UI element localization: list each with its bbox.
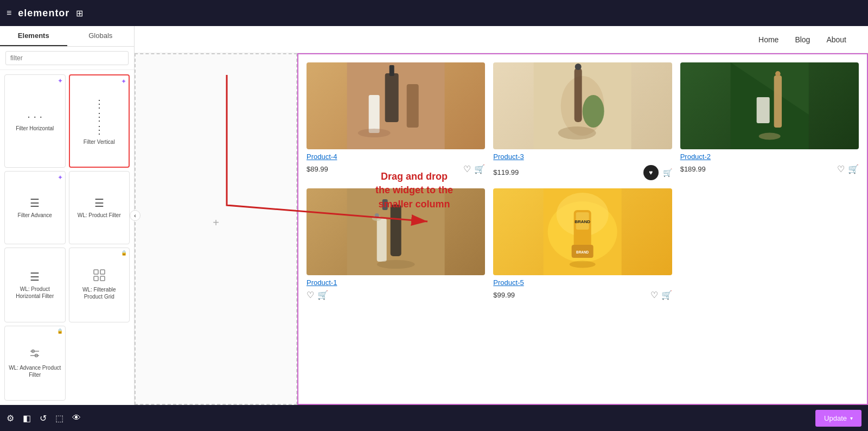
product-card-4: Product-4 $89.99 ♡ 🛒 [307, 62, 485, 180]
wl-advance-product-filter-icon [29, 347, 41, 362]
pro-badge: 🔒 [57, 328, 63, 334]
widget-wl-filterable-product-grid[interactable]: 🔒 WL: Filterable Product Grid [69, 248, 130, 322]
product-2-cart[interactable]: 🛒 [848, 164, 859, 174]
plus-icon: + [213, 217, 219, 229]
filter-vertical-icon: ⋮⋮⋮ [94, 97, 105, 136]
product-2-name[interactable]: Product-2 [680, 153, 859, 161]
product-1-actions: ♡ 🛒 [307, 290, 485, 300]
product-4-image [307, 62, 485, 149]
sparkle-icon: ✦ [121, 78, 126, 85]
product-5-name[interactable]: Product-5 [493, 278, 672, 287]
widget-label: Filter Horizontal [16, 125, 54, 132]
filter-horizontal-icon: · · · [27, 110, 42, 123]
widget-filter-advance[interactable]: ✦ ☰ Filter Advance [4, 171, 66, 244]
product-4-cart[interactable]: 🛒 [474, 164, 485, 174]
svg-point-19 [558, 126, 596, 140]
site-preview: Home Blog About + [135, 26, 868, 405]
nav-home[interactable]: Home [758, 35, 778, 44]
canvas-area: Home Blog About + [135, 26, 868, 405]
product-3-actions: $119.99 ♥ 🛒 [493, 164, 672, 180]
svg-rect-28 [377, 218, 387, 262]
settings-icon[interactable]: ⚙ [7, 413, 14, 423]
responsive-icon[interactable]: ⬚ [55, 413, 63, 423]
svg-rect-9 [385, 73, 399, 122]
product-3-price: $119.99 [493, 168, 519, 176]
svg-point-41 [570, 261, 596, 268]
product-5-price: $99.99 [493, 291, 515, 299]
product-3-action-btns: ♥ 🛒 [643, 165, 672, 180]
filter-advance-icon: ☰ [30, 197, 40, 210]
search-bar [0, 47, 134, 70]
widget-wl-product-filter[interactable]: ☰ WL: Product Filter [69, 171, 130, 244]
left-column-dropzone[interactable]: + [135, 53, 297, 405]
widget-label: WL: Product Horizontal Filter [8, 286, 62, 300]
svg-point-25 [758, 133, 780, 140]
grid-icon[interactable]: ⊞ [76, 8, 83, 18]
preview-icon[interactable]: 👁 [72, 413, 81, 423]
svg-rect-22 [774, 75, 781, 128]
right-column-products: Product-4 $89.99 ♡ 🛒 [297, 53, 868, 405]
widget-label: Filter Advance [18, 212, 52, 219]
site-nav: Home Blog About [135, 26, 868, 53]
svg-point-30 [375, 213, 379, 218]
product-4-actions: $89.99 ♡ 🛒 [307, 164, 485, 174]
product-3-heart-dark[interactable]: ♥ [643, 165, 659, 180]
product-4-name[interactable]: Product-4 [307, 153, 485, 161]
site-content: + [135, 53, 868, 405]
product-card-2: Product-2 $189.99 ♡ 🛒 [680, 62, 859, 180]
product-2-price: $189.99 [680, 165, 706, 173]
wl-product-filter-icon: ☰ [94, 197, 104, 210]
update-button[interactable]: Update ▾ [815, 410, 861, 427]
widget-label: WL: Advance Product Filter [8, 364, 62, 378]
product-card-5: BRAND BRAND Product-5 $99.99 ♡ 🛒 [493, 188, 672, 300]
product-3-name[interactable]: Product-3 [493, 153, 672, 161]
hamburger-icon[interactable]: ≡ [7, 8, 11, 18]
widget-filter-horizontal[interactable]: ✦ · · · Filter Horizontal [4, 74, 66, 168]
bottom-toolbar: ⚙ ◧ ↺ ⬚ 👁 Update ▾ [0, 405, 868, 431]
widget-wl-product-horizontal-filter[interactable]: ☰ WL: Product Horizontal Filter [4, 248, 66, 322]
left-panel: Elements Globals ✦ · · · Filter Horizont… [0, 26, 135, 405]
svg-rect-1 [100, 270, 105, 274]
widgets-grid: ✦ · · · Filter Horizontal ✦ ⋮⋮⋮ Filter V… [0, 70, 134, 405]
product-card-1: Product-1 ♡ 🛒 [307, 188, 485, 300]
product-1-heart[interactable]: ♡ [307, 290, 314, 300]
nav-about[interactable]: About [826, 35, 846, 44]
wl-product-horizontal-filter-icon: ☰ [30, 270, 40, 283]
nav-blog[interactable]: Blog [795, 35, 810, 44]
svg-point-18 [583, 95, 604, 128]
widget-label: WL: Filterable Product Grid [73, 286, 126, 300]
elementor-logo: elementor [18, 8, 69, 19]
tab-globals[interactable]: Globals [67, 26, 135, 46]
svg-text:BRAND: BRAND [576, 250, 589, 254]
product-3-cart[interactable]: 🛒 [663, 168, 672, 177]
layers-icon[interactable]: ◧ [23, 413, 31, 423]
widget-wl-advance-product-filter[interactable]: 🔒 WL: Advance Product Filter [4, 326, 66, 401]
tab-elements[interactable]: Elements [0, 26, 67, 46]
wl-filterable-product-grid-icon [93, 269, 105, 284]
svg-rect-27 [391, 205, 401, 256]
svg-rect-3 [100, 276, 105, 281]
svg-rect-2 [94, 276, 98, 281]
search-input[interactable] [5, 51, 129, 65]
top-bar: ≡ elementor ⊞ [0, 0, 868, 26]
bottom-toolbar-left: ⚙ ◧ ↺ ⬚ 👁 [7, 413, 81, 423]
bottom-toolbar-right: Update ▾ [815, 410, 861, 427]
chevron-down-icon: ▾ [850, 415, 853, 421]
product-5-cart[interactable]: 🛒 [661, 290, 672, 300]
panel-collapse-button[interactable]: ‹ [130, 210, 141, 221]
product-5-heart[interactable]: ♡ [650, 290, 658, 300]
svg-point-23 [775, 71, 781, 77]
svg-text:BRAND: BRAND [575, 219, 591, 224]
history-icon[interactable]: ↺ [40, 413, 47, 423]
svg-point-32 [377, 260, 415, 269]
product-1-name[interactable]: Product-1 [307, 278, 485, 287]
product-4-price: $89.99 [307, 165, 328, 173]
product-5-image: BRAND BRAND [493, 188, 672, 275]
svg-rect-10 [390, 65, 394, 76]
product-4-heart[interactable]: ♡ [463, 164, 471, 174]
product-1-cart[interactable]: 🛒 [317, 290, 328, 300]
sparkle-icon: ✦ [58, 77, 63, 85]
product-2-heart[interactable]: ♡ [837, 164, 845, 174]
widget-filter-vertical[interactable]: ✦ ⋮⋮⋮ Filter Vertical [69, 74, 130, 168]
svg-point-13 [358, 129, 391, 137]
